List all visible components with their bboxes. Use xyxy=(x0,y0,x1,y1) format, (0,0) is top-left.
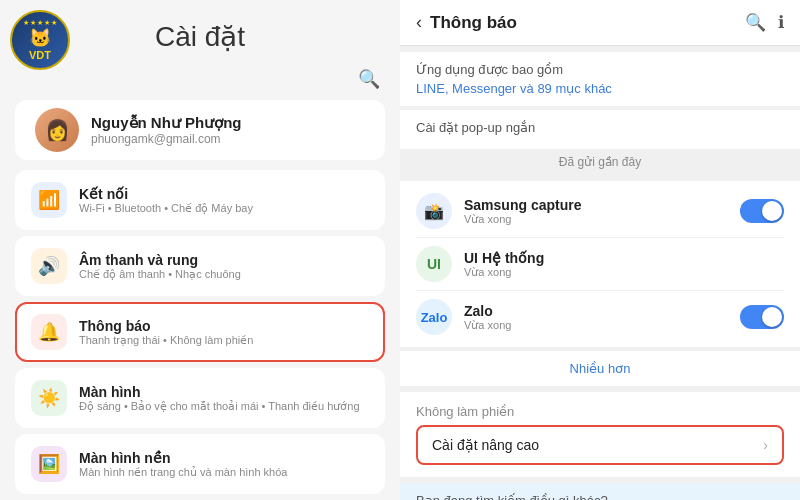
ung-dung-title: Ứng dụng được bao gồm xyxy=(416,62,784,77)
app-item-ui-he-thong[interactable]: UI UI Hệ thống Vừa xong xyxy=(416,238,784,291)
search-button[interactable]: 🔍 xyxy=(358,68,380,90)
am-thanh-title: Âm thanh và rung xyxy=(79,252,241,268)
nhieu-hon-label: Nhiều hơn xyxy=(416,361,784,376)
logo-text: VDT xyxy=(29,49,51,61)
logo-circle: ★★★★★ 🐱 VDT xyxy=(10,10,70,70)
apps-list: 📸 Samsung capture Vừa xong UI UI Hệ thốn… xyxy=(400,181,800,347)
app-item-zalo[interactable]: Zalo Zalo Vừa xong xyxy=(416,291,784,343)
right-panel: ‹ Thông báo 🔍 ℹ Ứng dụng được bao gồm LI… xyxy=(400,0,800,500)
zalo-toggle[interactable] xyxy=(740,305,784,329)
man-hinh-nen-subtitle: Màn hình nền trang chủ và màn hình khóa xyxy=(79,466,287,479)
samsung-status: Vừa xong xyxy=(464,213,740,226)
logo-watermark: ★★★★★ 🐱 VDT xyxy=(10,10,70,70)
popup-section[interactable]: Cài đặt pop-up ngắn xyxy=(400,110,800,149)
app-item-samsung[interactable]: 📸 Samsung capture Vừa xong xyxy=(416,185,784,238)
right-header: ‹ Thông báo 🔍 ℹ xyxy=(400,0,800,46)
ui-he-thong-name: UI Hệ thống xyxy=(464,250,784,266)
menu-item-man-hinh[interactable]: ☀️ Màn hình Độ sáng • Bảo vệ cho mắt tho… xyxy=(15,368,385,428)
zalo-status: Vừa xong xyxy=(464,319,740,332)
menu-list: 📶 Kết nối Wi-Fi • Bluetooth • Chế độ Máy… xyxy=(0,170,400,494)
menu-item-am-thanh[interactable]: 🔊 Âm thanh và rung Chế độ âm thanh • Nhạ… xyxy=(15,236,385,296)
ket-noi-icon: 📶 xyxy=(31,182,67,218)
am-thanh-icon: 🔊 xyxy=(31,248,67,284)
man-hinh-nen-title: Màn hình nền xyxy=(79,450,287,466)
menu-item-ket-noi[interactable]: 📶 Kết nối Wi-Fi • Bluetooth • Chế độ Máy… xyxy=(15,170,385,230)
ui-he-thong-status: Vừa xong xyxy=(464,266,784,279)
samsung-toggle[interactable] xyxy=(740,199,784,223)
ket-noi-title: Kết nối xyxy=(79,186,253,202)
logo-icon: 🐱 xyxy=(29,27,51,49)
profile-section[interactable]: 👩 Nguyễn Như Phượng phuongamk@gmail.com xyxy=(15,100,385,160)
logo-stars: ★★★★★ xyxy=(23,19,58,27)
right-title: Thông báo xyxy=(430,13,745,33)
ket-noi-text: Kết nối Wi-Fi • Bluetooth • Chế độ Máy b… xyxy=(79,186,253,215)
thong-bao-subtitle: Thanh trạng thái • Không làm phiền xyxy=(79,334,253,347)
man-hinh-nen-icon: 🖼️ xyxy=(31,446,67,482)
recently-label: Đã gửi gần đây xyxy=(400,149,800,175)
back-button[interactable]: ‹ xyxy=(416,12,422,33)
profile-info: Nguyễn Như Phượng phuongamk@gmail.com xyxy=(91,114,242,146)
avatar: 👩 xyxy=(35,108,79,152)
avatar-emoji: 👩 xyxy=(45,118,70,142)
menu-item-thong-bao[interactable]: 🔔 Thông báo Thanh trạng thái • Không làm… xyxy=(15,302,385,362)
ung-dung-subtitle: LINE, Messenger và 89 mục khác xyxy=(416,81,784,96)
chevron-right-icon: › xyxy=(763,437,768,453)
khong-lam-phien-label: Không làm phiền xyxy=(416,404,784,419)
nhieu-hon-section[interactable]: Nhiều hơn xyxy=(400,351,800,386)
man-hinh-text: Màn hình Độ sáng • Bảo vệ cho mắt thoải … xyxy=(79,384,360,413)
man-hinh-subtitle: Độ sáng • Bảo vệ cho mắt thoải mái • Tha… xyxy=(79,400,360,413)
khong-lam-phien-section: Không làm phiền Cài đặt nâng cao › xyxy=(400,392,800,477)
search-icon-button[interactable]: 🔍 xyxy=(745,12,766,33)
zalo-icon: Zalo xyxy=(416,299,452,335)
ui-he-thong-info: UI Hệ thống Vừa xong xyxy=(464,250,784,279)
thong-bao-icon: 🔔 xyxy=(31,314,67,350)
am-thanh-text: Âm thanh và rung Chế độ âm thanh • Nhạc … xyxy=(79,252,241,281)
man-hinh-icon: ☀️ xyxy=(31,380,67,416)
zalo-name: Zalo xyxy=(464,303,740,319)
man-hinh-title: Màn hình xyxy=(79,384,360,400)
thong-bao-title: Thông báo xyxy=(79,318,253,334)
search-suggest-section: Bạn đang tìm kiếm điều gì khác? Âm bảo T… xyxy=(400,483,800,500)
thong-bao-text: Thông báo Thanh trạng thái • Không làm p… xyxy=(79,318,253,347)
left-panel: ★★★★★ 🐱 VDT Cài đặt 🔍 👩 Nguyễn Như Phượn… xyxy=(0,0,400,500)
ui-he-thong-icon: UI xyxy=(416,246,452,282)
am-thanh-subtitle: Chế độ âm thanh • Nhạc chuông xyxy=(79,268,241,281)
ung-dung-section[interactable]: Ứng dụng được bao gồm LINE, Messenger và… xyxy=(400,52,800,106)
profile-email: phuongamk@gmail.com xyxy=(91,132,242,146)
profile-name: Nguyễn Như Phượng xyxy=(91,114,242,132)
ket-noi-subtitle: Wi-Fi • Bluetooth • Chế độ Máy bay xyxy=(79,202,253,215)
info-icon-button[interactable]: ℹ xyxy=(778,12,784,33)
header-icons: 🔍 ℹ xyxy=(745,12,784,33)
samsung-name: Samsung capture xyxy=(464,197,740,213)
popup-title: Cài đặt pop-up ngắn xyxy=(416,120,784,135)
search-bar: 🔍 xyxy=(0,68,400,100)
man-hinh-nen-text: Màn hình nền Màn hình nền trang chủ và m… xyxy=(79,450,287,479)
menu-item-man-hinh-nen[interactable]: 🖼️ Màn hình nền Màn hình nền trang chủ v… xyxy=(15,434,385,494)
zalo-info: Zalo Vừa xong xyxy=(464,303,740,332)
samsung-info: Samsung capture Vừa xong xyxy=(464,197,740,226)
suggest-title: Bạn đang tìm kiếm điều gì khác? xyxy=(416,493,784,500)
cai-dat-nang-cao-label: Cài đặt nâng cao xyxy=(432,437,539,453)
samsung-icon: 📸 xyxy=(416,193,452,229)
cai-dat-nang-cao-button[interactable]: Cài đặt nâng cao › xyxy=(416,425,784,465)
